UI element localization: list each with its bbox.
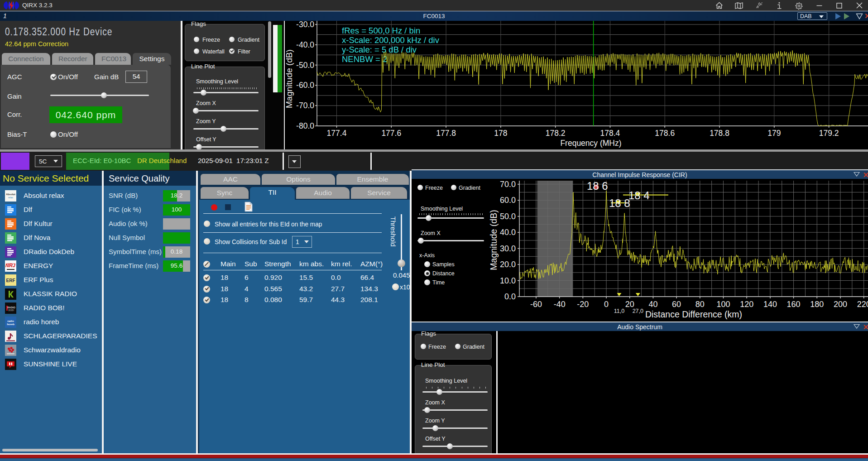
x10-checkbox[interactable] <box>392 283 399 290</box>
table-row-checkbox[interactable] <box>203 286 210 293</box>
home-icon[interactable] <box>713 0 725 11</box>
plot-border <box>496 331 498 453</box>
map-icon[interactable] <box>733 0 745 11</box>
quality-row: SNR (dB) 18.2 <box>104 190 196 202</box>
gain-db-label: Gain dB <box>94 73 119 81</box>
table-header[interactable]: km rel. <box>331 260 352 268</box>
flag-filter-label: Filter <box>238 48 250 55</box>
svg-text:0: 0 <box>604 300 609 309</box>
table-cell: 6 <box>245 274 249 282</box>
quality-bar <box>163 218 190 230</box>
svg-text:20.0: 20.0 <box>500 260 516 269</box>
service-row[interactable]: Schwarzwaldradio <box>0 343 102 357</box>
mode-dropdown[interactable]: DAB <box>797 12 827 20</box>
service-row[interactable]: Absolutrelax Absolut relax <box>0 189 102 203</box>
tii-tab-service[interactable]: Service <box>351 187 407 199</box>
service-row[interactable]: NRJENERGY ENERGY <box>0 259 102 273</box>
close-panel-icon[interactable]: ✕ <box>864 12 868 20</box>
device-tab-recorder[interactable]: Recorder <box>52 53 93 65</box>
svg-text:178.6: 178.6 <box>655 129 675 138</box>
show-collisions-checkbox[interactable] <box>204 238 210 245</box>
table-row-checkbox[interactable] <box>203 274 210 281</box>
service-row[interactable]: RADIOBOB! RADIO BOB! <box>0 301 102 315</box>
table-header[interactable]: Sub <box>245 260 257 268</box>
minimize-icon[interactable] <box>813 0 825 11</box>
table-header-checkbox[interactable] <box>203 261 210 268</box>
gain-db-input[interactable]: 54 <box>125 71 147 83</box>
device-tab-connection[interactable]: Connection <box>2 53 50 65</box>
channel-dropdown[interactable]: 5C <box>35 155 62 167</box>
tii-tab-audio[interactable]: Audio <box>296 187 350 199</box>
table-header[interactable]: AZM(°) <box>360 260 383 268</box>
svg-text:Frequency (MHz): Frequency (MHz) <box>560 139 621 148</box>
service-row[interactable]: ERF ERF Plus <box>0 273 102 287</box>
horizontal-scrollbar[interactable] <box>2 449 98 451</box>
svg-text:18 4: 18 4 <box>628 189 650 202</box>
bias-t-checkbox[interactable] <box>50 131 57 138</box>
table-header[interactable]: km abs. <box>299 260 324 268</box>
tii-tab-ensemble[interactable]: Ensemble <box>336 174 409 185</box>
service-row[interactable]: Dlf <box>0 203 102 217</box>
quality-row: Null Symbol <box>104 232 196 244</box>
close-panel-icon[interactable]: ✕ <box>863 171 868 179</box>
vertical-scrollbar[interactable] <box>268 21 271 78</box>
collapse-triangle-icon[interactable] <box>856 13 863 19</box>
satellite-icon[interactable] <box>753 0 765 11</box>
service-row[interactable]: Dlf Nova <box>0 231 102 245</box>
gear-icon[interactable] <box>793 0 805 11</box>
audio-spectrum-header[interactable]: Audio Spectrum ✕ <box>412 322 868 331</box>
svg-text:-40: -40 <box>554 300 566 309</box>
close-panel-icon[interactable]: ✕ <box>863 323 868 331</box>
table-cell: 8 <box>245 296 249 304</box>
play-green-icon[interactable] <box>843 13 850 20</box>
spectrum-plot[interactable]: -30.0-40.0-50.0-60.0-70.0-80.0177.4177.6… <box>284 21 868 149</box>
service-row[interactable]: radiohoreb radio horeb <box>0 315 102 329</box>
flag-freeze-radio[interactable] <box>194 37 199 42</box>
table-row-checkbox[interactable] <box>203 297 210 303</box>
tii-tab-options[interactable]: Options <box>262 174 335 185</box>
audio-device-dropdown[interactable] <box>288 155 301 168</box>
table-header[interactable]: Strength <box>264 260 291 268</box>
flag-filter-radio[interactable] <box>229 48 235 54</box>
sub-id-dropdown[interactable]: 1 <box>292 236 312 248</box>
service-row[interactable]: DRadio DokDeb <box>0 245 102 259</box>
table-header[interactable]: Main <box>221 260 236 268</box>
table-cell: 0.0 <box>331 274 341 282</box>
qirx-window: QIRX 3.2.3 1 FC0013 DAB <box>0 0 868 461</box>
threshold-slider-thumb[interactable] <box>398 259 405 267</box>
audio-flag-freeze-radio[interactable] <box>421 344 426 349</box>
svg-text:160: 160 <box>787 300 801 309</box>
close-icon[interactable] <box>854 0 865 11</box>
maximize-icon[interactable] <box>833 0 845 11</box>
quality-label: FrameTime (ms) <box>109 262 158 269</box>
svg-text:180: 180 <box>810 300 824 309</box>
show-all-entries-checkbox[interactable] <box>204 221 210 227</box>
document-icon[interactable] <box>245 202 253 212</box>
record-icon[interactable] <box>211 204 217 211</box>
play-blue-icon[interactable] <box>834 13 842 20</box>
audio-flag-gradient-radio[interactable] <box>455 344 460 349</box>
info-icon[interactable] <box>773 0 785 11</box>
svg-text:11,0: 11,0 <box>614 308 624 314</box>
device-tab-fc0013[interactable]: FC0013 <box>95 53 131 65</box>
service-row[interactable]: KLASSIK RADIO <box>0 287 102 301</box>
table-cell: 0.080 <box>264 296 282 304</box>
device-tab-settings[interactable]: Settings <box>133 53 171 65</box>
flag-waterfall-radio[interactable] <box>194 48 199 54</box>
flag-gradient-radio[interactable] <box>229 37 235 42</box>
service-row[interactable]: Dlf Kultur <box>0 217 102 231</box>
service-name: Schwarzwaldradio <box>24 346 81 354</box>
tii-tab-aac[interactable]: AAC <box>201 174 260 185</box>
cir-panel: Channel Impulse Response (CIR) ✕ Freeze … <box>412 169 868 322</box>
tii-tab-sync[interactable]: Sync <box>201 187 249 199</box>
collapse-triangle-icon[interactable] <box>854 172 860 177</box>
tii-tab-tii[interactable]: TII <box>250 187 295 200</box>
service-row[interactable]: SCHLAGERPARADIES <box>0 329 102 343</box>
service-row[interactable]: SUNSHINE LIVE <box>0 357 102 371</box>
quality-bar: 18.2 <box>163 190 190 202</box>
collapse-triangle-icon[interactable] <box>854 324 860 329</box>
stop-icon[interactable] <box>225 204 231 210</box>
flag-freeze-label: Freeze <box>202 37 220 43</box>
cir-header[interactable]: Channel Impulse Response (CIR) ✕ <box>412 169 868 179</box>
agc-onoff-checkbox[interactable] <box>50 74 57 80</box>
